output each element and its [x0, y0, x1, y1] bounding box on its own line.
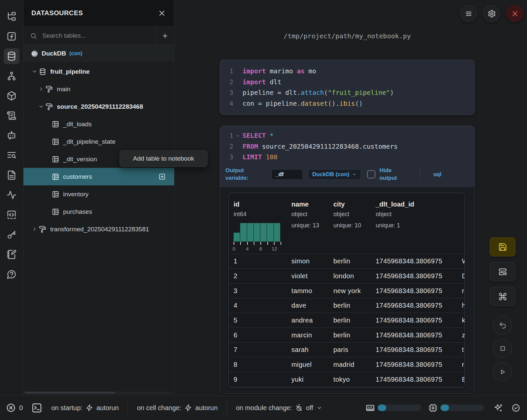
undo-button[interactable] — [493, 316, 512, 335]
table-row[interactable]: 4daveberlin1745968348.3806975h — [229, 298, 465, 313]
activity-item-folder-tree[interactable] — [4, 9, 19, 24]
tree-item-fruit_pipeline[interactable]: fruit_pipeline — [23, 63, 174, 80]
on-startup-setting[interactable]: on startup: autorun — [51, 404, 119, 412]
tree-item-label: customers — [63, 173, 92, 180]
chevron-down-icon[interactable] — [30, 69, 38, 74]
table-cell: 1745968348.3806975 — [376, 272, 442, 280]
python-cell[interactable]: 1import marimo as mo2import dlt3pipeline… — [220, 59, 475, 115]
table-cell: andrea — [291, 317, 313, 324]
fold-chevron-icon[interactable] — [233, 131, 243, 141]
hide-output-label: Hide output — [379, 167, 402, 181]
output-variable-input[interactable] — [272, 170, 303, 179]
activity-item-square-code[interactable] — [4, 207, 19, 223]
terminal-button[interactable] — [31, 402, 42, 413]
activity-item-box[interactable] — [4, 88, 19, 104]
activity-item-bot[interactable] — [4, 128, 19, 143]
table-row[interactable]: 3tammonew york1745968348.3806975r — [229, 283, 465, 298]
chevron-down-icon[interactable] — [37, 104, 45, 109]
settings-button[interactable] — [483, 5, 500, 22]
key-icon — [7, 230, 17, 240]
search-input[interactable] — [42, 32, 156, 40]
engine-select[interactable]: DuckDB (con) — [308, 169, 361, 180]
table-cell: tammo — [291, 287, 312, 294]
connection-variable: (con) — [69, 51, 82, 57]
tree-item-customers[interactable]: customers — [23, 168, 174, 185]
layout-icon — [498, 267, 507, 276]
table-row[interactable]: 5andreaberlin1745968348.3806975k — [229, 313, 465, 327]
table-row[interactable]: 8miguelmadrid1745968348.3806975r — [229, 357, 465, 372]
tree-item-_dlt_pipeline_state[interactable]: _dlt_pipeline_state — [23, 133, 174, 150]
plus-icon — [162, 32, 169, 39]
tree-item-transformed_202504291112283581[interactable]: transformed_202504291112283581 — [23, 220, 174, 238]
table-cell: 1745968348.3806975 — [376, 287, 442, 294]
column-header-_dlt_load_id[interactable]: _dlt_load_idobjectunique: 1 — [376, 200, 414, 229]
tree-item-purchases[interactable]: purchases — [23, 203, 174, 220]
command-palette-button[interactable] — [490, 287, 515, 306]
activity-item-key[interactable] — [4, 227, 19, 243]
save-button[interactable] — [490, 237, 515, 256]
chevron-down-icon — [352, 172, 357, 177]
table-cell: k — [462, 317, 465, 324]
check-circle-icon[interactable] — [511, 403, 520, 412]
activity-item-activity[interactable] — [4, 187, 19, 203]
table-cell: berlin — [333, 257, 350, 265]
tree-item-source_202504291112283468[interactable]: source_202504291112283468 — [23, 98, 174, 115]
error-indicator[interactable]: 0 — [6, 403, 23, 413]
table-row[interactable]: 9yukitokyo1745968348.3806975B — [229, 372, 465, 387]
sql-code-editor[interactable]: 1SELECT *2FROM source_202504291112283468… — [220, 126, 474, 163]
undo-icon — [499, 321, 507, 329]
on-cell-change-setting[interactable]: on cell change: autorun — [137, 404, 217, 412]
activity-item-list-search[interactable] — [4, 147, 19, 163]
hide-output-checkbox[interactable] — [367, 170, 375, 178]
sql-cell[interactable]: 1SELECT *2FROM source_202504291112283468… — [220, 126, 475, 394]
chevron-right-icon[interactable] — [30, 226, 38, 232]
square-function-icon — [7, 31, 17, 41]
column-header-id[interactable]: idint6404812 — [234, 200, 281, 252]
box-icon — [7, 91, 17, 101]
add-table-to-notebook-button[interactable] — [159, 173, 166, 180]
activity-item-square-function[interactable] — [4, 28, 19, 44]
tree-item-label: _dlt_pipeline_state — [63, 138, 115, 145]
table-row[interactable]: 2violetlondon1745968348.3806975D — [229, 268, 465, 283]
connection-engine: DuckDB — [42, 50, 66, 57]
language-badge[interactable]: sql — [433, 171, 441, 178]
tree-item-_dlt_loads[interactable]: _dlt_loads — [23, 115, 174, 133]
database-icon — [39, 68, 46, 75]
menu-button[interactable] — [460, 5, 477, 22]
activity-item-database[interactable] — [4, 48, 19, 64]
stop-button[interactable] — [493, 339, 512, 358]
panel-scrollbar-thumb[interactable] — [25, 392, 115, 394]
table-row[interactable]: 7sarahparis1745968348.3806975t — [229, 342, 465, 357]
run-button[interactable] — [493, 362, 512, 381]
datasources-tree: fruit_pipelinemainsource_202504291112283… — [23, 62, 174, 238]
tree-item-inventory[interactable]: inventory — [23, 185, 174, 203]
activity-item-scroll-text[interactable] — [4, 108, 19, 124]
chevron-right-icon[interactable] — [37, 86, 45, 92]
divider — [420, 167, 420, 182]
column-header-name[interactable]: nameobjectunique: 13 — [291, 200, 319, 229]
roller-icon — [39, 226, 46, 233]
table-cell: 8 — [234, 361, 238, 368]
result-table: idint6404812nameobjectunique: 13cityobje… — [228, 193, 465, 388]
add-datasource-button[interactable] — [156, 26, 174, 45]
activity-item-help-bubble[interactable] — [4, 266, 19, 282]
column-header-city[interactable]: cityobjectunique: 10 — [333, 200, 361, 229]
activity-item-notebook-pen[interactable] — [4, 247, 19, 262]
tree-item-main[interactable]: main — [23, 80, 174, 98]
table-cell: 2 — [234, 272, 238, 280]
table-row[interactable]: 6marcinberlin1745968348.3806975z — [229, 327, 465, 342]
activity-item-network[interactable] — [4, 68, 19, 84]
close-panel-button[interactable] — [158, 9, 166, 18]
python-code-editor[interactable]: 1import marimo as mo2import dlt3pipeline… — [220, 60, 474, 109]
activity-item-file-text[interactable] — [4, 167, 19, 183]
on-module-change-setting[interactable]: on module change: off — [236, 404, 322, 412]
layout-button[interactable] — [490, 262, 515, 281]
shutdown-button[interactable] — [506, 5, 523, 22]
sparkles-icon[interactable] — [494, 403, 503, 412]
table-cell: 1 — [234, 257, 238, 265]
list-search-icon — [7, 150, 17, 160]
timer-off-icon — [295, 404, 303, 411]
connection-row[interactable]: DuckDB (con) — [23, 45, 174, 62]
notebook-path[interactable]: /tmp/project/path/my_notebook.py — [220, 32, 475, 40]
table-row[interactable]: 1simonberlin1745968348.3806975W — [229, 254, 465, 269]
